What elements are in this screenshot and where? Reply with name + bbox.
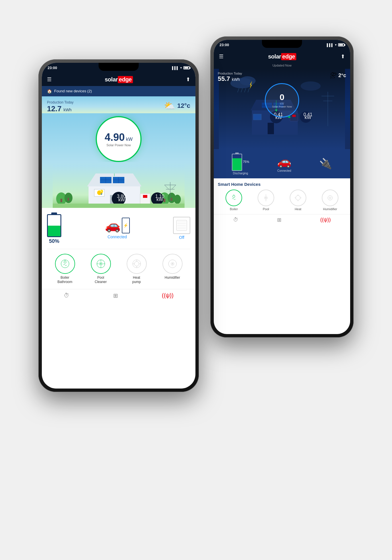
device-humidifier[interactable]: Humidifier (162, 254, 183, 280)
car-icon: 🚗 (105, 218, 121, 233)
device-pool-cleaner[interactable]: PoolCleaner (91, 254, 111, 284)
boiler-label: BoilerBathroom (57, 276, 72, 284)
home-icon: 🏠 (47, 89, 52, 93)
svg-text:kW: kW (118, 197, 125, 202)
svg-point-49 (100, 263, 101, 264)
off-label: Off (179, 235, 184, 240)
p2-device-boiler[interactable]: Boiler (226, 190, 242, 211)
weather-section: Production Today 12.7 kWh ⛅ 12°c (42, 96, 195, 113)
p2-humidifier-icon (326, 194, 334, 202)
menu-button[interactable]: ☰ (47, 76, 52, 83)
p2-logo: solaredge (268, 53, 296, 60)
phone1-status-icons: ▌▌▌ ▾ (172, 66, 190, 70)
night-car: 🚗 Connected (277, 155, 291, 172)
night-connected-label: Connected (277, 169, 291, 172)
nav-energy[interactable]: ⊞ (113, 292, 118, 299)
p2-menu-button[interactable]: ☰ (219, 53, 224, 60)
night-stats-bar: 75% Discharging 🚗 Connected 🔌 (214, 149, 350, 178)
humidifier-icon (167, 259, 178, 269)
notification-text: Found new devices (2) (54, 89, 92, 93)
production-unit: kWh (64, 108, 72, 112)
svg-rect-81 (268, 123, 274, 134)
p2-energy-icon: ⊞ (277, 217, 281, 223)
night-car-icon: 🚗 (277, 155, 291, 168)
logo-solar-text: solar (105, 76, 118, 83)
devices-icon: ((ψ)) (162, 292, 174, 299)
pool-cleaner-icon-circle (91, 254, 111, 274)
night-charger-icon: 🔌 (319, 158, 332, 170)
box-status: Off (173, 217, 190, 240)
p2-nav-dashboard[interactable]: ⏱ (233, 217, 238, 223)
p2-heat-icon (294, 194, 302, 202)
charger-icon: ⚡ (122, 218, 130, 233)
devices-section: BoilerBathroom (42, 249, 195, 289)
p2-device-heat[interactable]: Heat (290, 190, 306, 211)
phone1-time: 23:00 (48, 66, 57, 70)
house-diagram: 💡 3.80 kW (42, 162, 195, 208)
p2-share-button[interactable]: ⬆ (341, 53, 345, 60)
phone1-status-bar: 23:00 ▌▌▌ ▾ (42, 63, 195, 73)
svg-rect-4 (68, 198, 69, 201)
night-temp: 2°c (338, 73, 346, 79)
night-kwh-value: 55.7 kWh (218, 75, 346, 83)
p2-boiler-circle (226, 190, 242, 206)
p2-device-humidifier[interactable]: Humidifier (322, 190, 338, 211)
p2-device-pool[interactable]: Pool (258, 190, 274, 211)
logo: solaredge (105, 76, 133, 83)
svg-point-55 (134, 262, 139, 266)
night-kw-unit: kW (280, 102, 284, 105)
phone2-app-header: ☰ solaredge ⬆ (214, 50, 350, 63)
svg-text:kW: kW (156, 197, 163, 202)
phone2-notch-cutout (262, 40, 302, 48)
svg-rect-37 (53, 204, 185, 208)
signal-icon: ▌▌▌ (172, 66, 179, 70)
nav-devices[interactable]: ((ψ)) (162, 292, 174, 299)
stats-section: 50% 🚗 ⚡ Connected (42, 208, 195, 249)
wifi-icon: ▾ (180, 66, 182, 70)
pool-cleaner-icon (96, 259, 106, 269)
scene: 23:00 ▌▌▌ ▾ ☰ solaredge ⬆ (38, 36, 354, 524)
notification-banner[interactable]: 🏠 Found new devices (2) (42, 86, 195, 96)
phone2-time: 23:00 (219, 43, 229, 47)
night-solar-value: 0 (280, 92, 285, 102)
night-weather-icon: ⛈ (330, 72, 337, 80)
phone1-bottom-nav: ⏱ ⊞ ((ψ)) (42, 289, 195, 301)
weather-temp: 12°c (177, 102, 190, 110)
night-production-label: Production Today (218, 72, 346, 75)
pool-cleaner-label: PoolCleaner (95, 276, 107, 284)
p2-heat-label: Heat (295, 207, 301, 211)
svg-rect-2 (60, 199, 62, 202)
weather-widget: ⛅ 12°c (164, 100, 190, 111)
svg-point-107 (329, 197, 331, 199)
p2-battery-icon (338, 43, 344, 46)
smart-home-title: Smart Home Devices (218, 182, 346, 187)
p2-nav-devices[interactable]: ((ψ)) (320, 217, 331, 223)
night-weather-section: 0.41 kW 0.41 kW (214, 69, 350, 149)
night-battery-pct: 75% (243, 160, 249, 163)
p2-humidifier-circle (322, 190, 338, 206)
devices-row: BoilerBathroom (47, 254, 190, 284)
share-button[interactable]: ⬆ (186, 76, 190, 83)
svg-rect-82 (253, 114, 261, 120)
house-svg: 💡 3.80 kW (50, 165, 187, 208)
svg-point-106 (328, 196, 332, 200)
p2-signal-icon: ▌▌▌ (327, 43, 334, 47)
svg-point-98 (265, 197, 266, 198)
battery-percentage: 50% (49, 238, 59, 244)
nav-dashboard[interactable]: ⏱ (64, 292, 69, 299)
dashboard-icon: ⏱ (64, 292, 69, 299)
p2-wifi-icon: ▾ (335, 43, 337, 47)
svg-text:💡: 💡 (99, 190, 104, 195)
logo-edge-text: edge (118, 76, 133, 83)
night-solar-circle: 0 kW Solar Power Now (265, 83, 299, 118)
phone2-bottom-nav: ⏱ ⊞ ((ψ)) (214, 214, 350, 225)
smart-home-panel: Smart Home Devices Boiler (214, 178, 350, 214)
battery-icon (183, 66, 190, 69)
battery-visual (47, 214, 61, 237)
device-boiler[interactable]: BoilerBathroom (55, 254, 75, 284)
device-heat-pump[interactable]: Heatpump (127, 254, 147, 284)
connected-label: Connected (107, 235, 127, 239)
night-solar-circle-wrap: 0 kW Solar Power Now (265, 83, 299, 118)
p2-boiler-label: Boiler (230, 207, 238, 211)
p2-nav-energy[interactable]: ⊞ (277, 217, 281, 223)
